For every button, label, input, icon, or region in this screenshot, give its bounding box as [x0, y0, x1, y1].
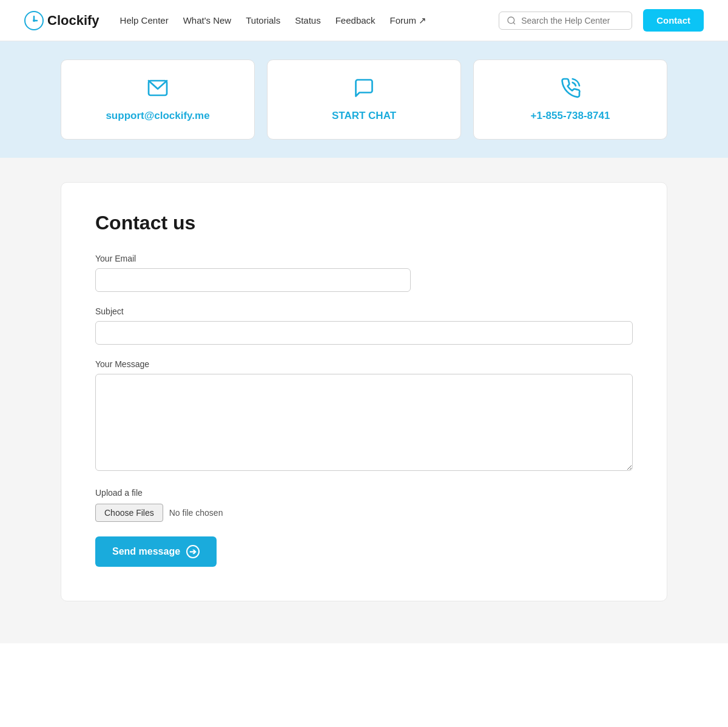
file-input-row: Choose Files No file chosen	[95, 504, 633, 522]
search-icon	[507, 16, 516, 25]
chat-label: START CHAT	[332, 110, 396, 122]
send-message-button[interactable]: Send message ➔	[95, 536, 217, 567]
choose-files-button[interactable]: Choose Files	[95, 504, 163, 522]
nav-forum[interactable]: Forum ↗	[384, 12, 433, 30]
email-group: Your Email	[95, 254, 633, 292]
upload-label: Upload a file	[95, 488, 633, 498]
phone-card[interactable]: +1-855-738-8741	[473, 59, 667, 140]
message-textarea[interactable]	[95, 374, 633, 471]
svg-point-2	[508, 17, 514, 24]
email-card[interactable]: support@clockify.me	[61, 59, 255, 140]
chat-icon	[353, 77, 375, 101]
logo-text: Clockify	[47, 13, 99, 29]
form-card: Contact us Your Email Subject Your Messa…	[61, 182, 667, 601]
no-file-text: No file chosen	[169, 508, 223, 518]
nav: Help Center What's New Tutorials Status …	[114, 12, 494, 30]
phone-icon	[559, 77, 581, 101]
logo[interactable]: Clockify	[24, 11, 99, 30]
cards-row: support@clockify.me START CHAT +1-855-73…	[61, 59, 667, 140]
main-content: Contact us Your Email Subject Your Messa…	[0, 158, 728, 643]
subject-group: Subject	[95, 306, 633, 345]
send-arrow-icon: ➔	[186, 545, 200, 558]
nav-feedback[interactable]: Feedback	[329, 12, 382, 29]
message-label: Your Message	[95, 359, 633, 369]
email-input[interactable]	[95, 268, 411, 292]
svg-point-1	[33, 19, 35, 22]
svg-line-3	[513, 22, 515, 24]
hero-band: support@clockify.me START CHAT +1-855-73…	[0, 41, 728, 158]
subject-label: Subject	[95, 306, 633, 316]
phone-label: +1-855-738-8741	[531, 110, 610, 122]
nav-tutorials[interactable]: Tutorials	[240, 12, 286, 29]
email-label: Your Email	[95, 254, 633, 263]
form-title: Contact us	[95, 212, 633, 234]
search-input[interactable]	[521, 16, 624, 25]
send-button-label: Send message	[112, 546, 180, 557]
email-icon	[147, 77, 169, 101]
contact-button[interactable]: Contact	[643, 9, 704, 32]
chat-card[interactable]: START CHAT	[267, 59, 461, 140]
message-group: Your Message	[95, 359, 633, 473]
search-bar	[499, 12, 632, 30]
subject-input[interactable]	[95, 321, 633, 345]
upload-group: Upload a file Choose Files No file chose…	[95, 488, 633, 522]
header: Clockify Help Center What's New Tutorial…	[0, 0, 728, 41]
nav-help-center[interactable]: Help Center	[114, 12, 175, 29]
nav-whats-new[interactable]: What's New	[177, 12, 238, 29]
nav-status[interactable]: Status	[289, 12, 327, 29]
email-label: support@clockify.me	[106, 110, 209, 122]
